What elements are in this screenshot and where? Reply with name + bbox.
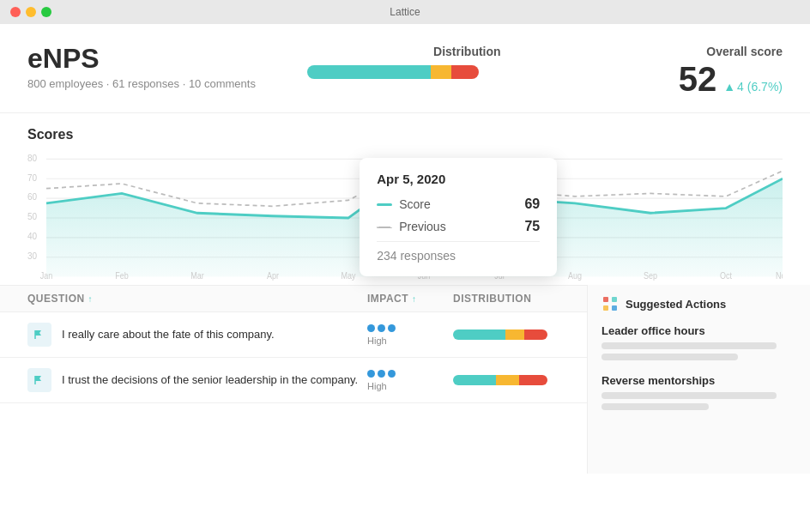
chart-tooltip: Apr 5, 2020 Score 69 Previous 75 234 res… xyxy=(360,158,557,276)
svg-text:40: 40 xyxy=(27,230,37,241)
sa-line xyxy=(601,354,738,360)
mini-bar-promoters xyxy=(453,329,505,340)
tooltip-date: Apr 5, 2020 xyxy=(377,172,540,186)
svg-text:May: May xyxy=(342,270,356,281)
mini-bar-detractors-2 xyxy=(519,375,547,385)
sa-header: Suggested Actions xyxy=(601,295,796,312)
sort-icon: ↑ xyxy=(88,294,94,304)
svg-text:80: 80 xyxy=(27,152,37,163)
chart-section: Scores 80 70 60 50 40 30 xyxy=(0,113,810,285)
impact-dots-1 xyxy=(367,324,396,332)
tooltip-previous-row: Previous 75 xyxy=(377,219,540,234)
table-row[interactable]: I trust the decisions of the senior lead… xyxy=(0,358,587,403)
svg-text:Mar: Mar xyxy=(190,270,204,281)
maximize-button[interactable] xyxy=(41,7,51,17)
svg-text:Sep: Sep xyxy=(644,270,657,281)
window-controls xyxy=(10,7,51,17)
row-flag-icon-2 xyxy=(27,368,51,392)
app-container: eNPS 800 employees · 61 responses · 10 c… xyxy=(0,24,810,532)
suggested-actions-panel: Suggested Actions Leader office hours Re… xyxy=(587,285,810,474)
distribution-bar xyxy=(307,65,479,79)
promoters-bar xyxy=(307,65,431,79)
title-bar: Lattice xyxy=(0,0,810,24)
th-question[interactable]: Question ↑ xyxy=(27,293,367,305)
mini-bar-promoters-2 xyxy=(453,375,496,385)
overall-score-section: Overall score 52 ▲ 4 (6.7%) xyxy=(679,45,783,99)
svg-rect-28 xyxy=(612,305,617,311)
svg-text:30: 30 xyxy=(27,250,37,261)
svg-rect-26 xyxy=(612,297,617,302)
tooltip-score-row: Score 69 xyxy=(377,196,540,212)
dot-1 xyxy=(367,324,375,332)
header-meta: 800 employees · 61 responses · 10 commen… xyxy=(27,77,256,90)
mini-bar-passives xyxy=(505,329,524,340)
previous-legend-dot xyxy=(377,227,392,228)
sa-item-2[interactable]: Reverse mentorships xyxy=(601,374,796,410)
svg-text:Feb: Feb xyxy=(115,270,128,281)
row-question-1: I really care about the fate of this com… xyxy=(62,327,367,342)
mini-bar-passives-2 xyxy=(496,375,520,385)
row-impact-2: High xyxy=(367,370,453,391)
tooltip-previous-value: 75 xyxy=(524,219,540,234)
overall-label: Overall score xyxy=(679,45,783,58)
table-section: Question ↑ Impact ↑ Distribution xyxy=(0,285,810,474)
tooltip-score-label: Score xyxy=(377,197,431,211)
impact-label-2: High xyxy=(367,381,387,391)
svg-text:Apr: Apr xyxy=(267,270,280,281)
sa-title: Suggested Actions xyxy=(626,298,726,311)
tooltip-score-value: 69 xyxy=(524,196,540,212)
table-row[interactable]: I really care about the fate of this com… xyxy=(0,312,587,358)
score-change: ▲ 4 (6.7%) xyxy=(723,80,783,94)
dot-2 xyxy=(378,370,385,378)
sa-item-1[interactable]: Leader office hours xyxy=(601,324,796,360)
app-title: Lattice xyxy=(390,6,420,18)
passives-bar xyxy=(431,65,451,79)
svg-text:Jan: Jan xyxy=(40,270,53,281)
tooltip-previous-label: Previous xyxy=(377,220,445,233)
sa-line xyxy=(601,403,709,410)
impact-label-1: High xyxy=(367,336,387,346)
mini-bar-2 xyxy=(453,375,547,385)
header-left: eNPS 800 employees · 61 responses · 10 c… xyxy=(27,45,256,90)
svg-text:Nov: Nov xyxy=(776,270,783,281)
table-main: Question ↑ Impact ↑ Distribution xyxy=(0,285,587,474)
dot-2 xyxy=(378,324,385,332)
mini-bar-detractors xyxy=(524,329,548,340)
th-impact[interactable]: Impact ↑ xyxy=(367,293,453,305)
distribution-label: Distribution xyxy=(307,45,627,58)
sa-item-title-1: Leader office hours xyxy=(601,324,796,337)
row-distribution-2 xyxy=(453,375,573,385)
up-arrow-icon: ▲ xyxy=(723,80,735,94)
header: eNPS 800 employees · 61 responses · 10 c… xyxy=(0,24,810,113)
row-distribution-1 xyxy=(453,329,573,340)
impact-dots-2 xyxy=(367,370,396,378)
chart-container: 80 70 60 50 40 30 xyxy=(27,149,783,287)
score-legend-dot xyxy=(377,203,392,206)
score-value: 52 xyxy=(679,60,717,99)
sa-line xyxy=(601,392,777,399)
sa-line xyxy=(601,342,777,349)
distribution-section: Distribution xyxy=(307,45,627,79)
svg-rect-27 xyxy=(603,305,608,311)
svg-text:70: 70 xyxy=(27,172,37,183)
th-distribution: Distribution xyxy=(453,293,573,305)
dot-1 xyxy=(367,370,375,378)
sa-item-title-2: Reverse mentorships xyxy=(601,374,796,387)
page-title: eNPS xyxy=(27,45,256,72)
svg-text:60: 60 xyxy=(27,191,37,203)
dot-3 xyxy=(388,370,396,378)
flag-svg-2 xyxy=(33,374,45,386)
overall-score: 52 ▲ 4 (6.7%) xyxy=(679,60,783,99)
detractors-bar xyxy=(451,65,479,79)
row-question-2: I trust the decisions of the senior lead… xyxy=(62,372,367,388)
row-impact-1: High xyxy=(367,324,453,346)
table-header: Question ↑ Impact ↑ Distribution xyxy=(0,285,587,312)
row-flag-icon xyxy=(27,323,51,347)
flag-svg xyxy=(33,329,45,341)
svg-rect-25 xyxy=(603,297,608,302)
minimize-button[interactable] xyxy=(26,7,36,17)
chart-title: Scores xyxy=(27,127,783,142)
svg-text:Oct: Oct xyxy=(720,270,732,281)
score-change-value: 4 (6.7%) xyxy=(737,80,783,94)
close-button[interactable] xyxy=(10,7,21,17)
